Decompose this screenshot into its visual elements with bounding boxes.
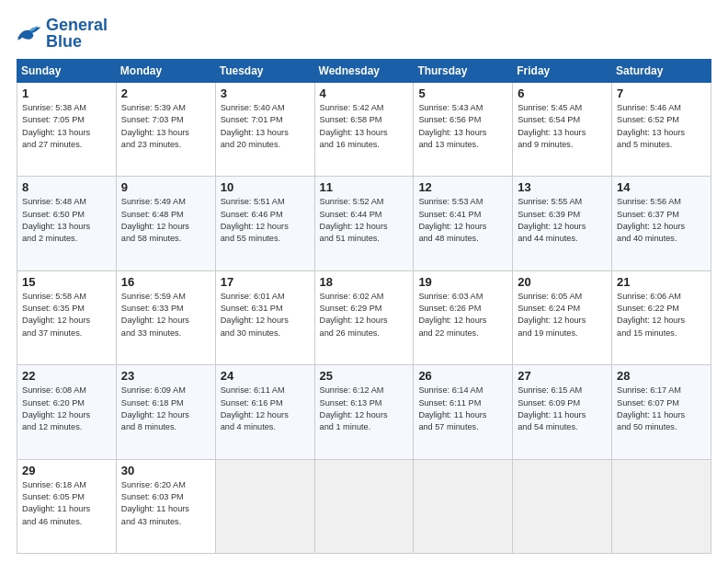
day-info: Sunrise: 5:43 AM Sunset: 6:56 PM Dayligh…	[418, 102, 507, 151]
calendar-day-cell: 10Sunrise: 5:51 AM Sunset: 6:46 PM Dayli…	[215, 177, 314, 270]
day-number: 13	[518, 180, 607, 194]
calendar-header-tuesday: Tuesday	[215, 60, 314, 83]
calendar-body: 1Sunrise: 5:38 AM Sunset: 7:05 PM Daylig…	[17, 83, 711, 554]
calendar-day-cell: 13Sunrise: 5:55 AM Sunset: 6:39 PM Dayli…	[513, 177, 612, 270]
day-number: 1	[22, 86, 111, 100]
day-info: Sunrise: 6:01 AM Sunset: 6:31 PM Dayligh…	[221, 291, 310, 339]
day-info: Sunrise: 5:52 AM Sunset: 6:44 PM Dayligh…	[320, 196, 409, 245]
calendar-header-sunday: Sunday	[17, 60, 117, 83]
day-number: 29	[22, 464, 111, 477]
day-info: Sunrise: 5:48 AM Sunset: 6:50 PM Dayligh…	[22, 196, 111, 245]
calendar-day-cell: 6Sunrise: 5:45 AM Sunset: 6:54 PM Daylig…	[513, 83, 612, 177]
day-info: Sunrise: 6:12 AM Sunset: 6:13 PM Dayligh…	[320, 385, 409, 433]
day-info: Sunrise: 5:49 AM Sunset: 6:48 PM Dayligh…	[121, 196, 210, 245]
calendar-day-cell	[513, 459, 612, 553]
day-number: 26	[418, 369, 507, 383]
calendar-day-cell: 23Sunrise: 6:09 AM Sunset: 6:18 PM Dayli…	[116, 365, 215, 459]
day-info: Sunrise: 6:17 AM Sunset: 6:07 PM Dayligh…	[617, 385, 706, 433]
calendar-day-cell: 28Sunrise: 6:17 AM Sunset: 6:07 PM Dayli…	[612, 365, 711, 459]
calendar-header-thursday: Thursday	[414, 60, 513, 83]
day-number: 4	[320, 86, 409, 100]
day-info: Sunrise: 6:18 AM Sunset: 6:05 PM Dayligh…	[22, 479, 111, 528]
day-number: 11	[320, 180, 409, 194]
day-number: 7	[617, 86, 706, 100]
calendar-day-cell: 20Sunrise: 6:05 AM Sunset: 6:24 PM Dayli…	[513, 270, 612, 364]
day-info: Sunrise: 6:09 AM Sunset: 6:18 PM Dayligh…	[121, 385, 210, 433]
day-info: Sunrise: 6:03 AM Sunset: 6:26 PM Dayligh…	[418, 291, 507, 339]
calendar-week-row: 1Sunrise: 5:38 AM Sunset: 7:05 PM Daylig…	[17, 83, 711, 177]
logo-icon	[17, 23, 42, 43]
calendar-day-cell	[414, 459, 513, 553]
logo-blue: Blue	[46, 33, 108, 50]
calendar-week-row: 8Sunrise: 5:48 AM Sunset: 6:50 PM Daylig…	[17, 177, 711, 270]
day-number: 5	[418, 86, 507, 100]
calendar-day-cell: 9Sunrise: 5:49 AM Sunset: 6:48 PM Daylig…	[116, 177, 215, 270]
day-info: Sunrise: 6:06 AM Sunset: 6:22 PM Dayligh…	[617, 291, 706, 339]
day-number: 9	[121, 180, 210, 194]
day-info: Sunrise: 6:15 AM Sunset: 6:09 PM Dayligh…	[518, 385, 607, 433]
calendar-day-cell: 29Sunrise: 6:18 AM Sunset: 6:05 PM Dayli…	[17, 459, 117, 553]
day-info: Sunrise: 5:58 AM Sunset: 6:35 PM Dayligh…	[22, 291, 111, 339]
day-number: 23	[121, 369, 210, 383]
calendar-day-cell: 3Sunrise: 5:40 AM Sunset: 7:01 PM Daylig…	[215, 83, 314, 177]
day-info: Sunrise: 5:46 AM Sunset: 6:52 PM Dayligh…	[617, 102, 706, 151]
calendar-header-saturday: Saturday	[612, 60, 711, 83]
calendar-day-cell: 16Sunrise: 5:59 AM Sunset: 6:33 PM Dayli…	[116, 270, 215, 364]
calendar-header-friday: Friday	[513, 60, 612, 83]
day-info: Sunrise: 5:51 AM Sunset: 6:46 PM Dayligh…	[221, 196, 310, 245]
logo-general: General	[46, 17, 108, 33]
day-info: Sunrise: 5:38 AM Sunset: 7:05 PM Dayligh…	[22, 102, 111, 151]
logo: General Blue	[17, 17, 108, 50]
calendar-day-cell: 21Sunrise: 6:06 AM Sunset: 6:22 PM Dayli…	[612, 270, 711, 364]
day-number: 30	[121, 464, 210, 477]
day-number: 6	[518, 86, 607, 100]
day-info: Sunrise: 6:05 AM Sunset: 6:24 PM Dayligh…	[518, 291, 607, 339]
day-info: Sunrise: 6:20 AM Sunset: 6:03 PM Dayligh…	[121, 479, 210, 528]
calendar-day-cell	[612, 459, 711, 553]
day-number: 3	[221, 86, 310, 100]
calendar-day-cell: 2Sunrise: 5:39 AM Sunset: 7:03 PM Daylig…	[116, 83, 215, 177]
day-number: 8	[22, 180, 111, 194]
calendar-day-cell: 25Sunrise: 6:12 AM Sunset: 6:13 PM Dayli…	[314, 365, 414, 459]
calendar-day-cell: 18Sunrise: 6:02 AM Sunset: 6:29 PM Dayli…	[314, 270, 414, 364]
day-number: 18	[320, 275, 409, 289]
day-info: Sunrise: 6:14 AM Sunset: 6:11 PM Dayligh…	[418, 385, 507, 433]
calendar-day-cell: 22Sunrise: 6:08 AM Sunset: 6:20 PM Dayli…	[17, 365, 117, 459]
day-info: Sunrise: 5:56 AM Sunset: 6:37 PM Dayligh…	[617, 196, 706, 245]
calendar-day-cell: 27Sunrise: 6:15 AM Sunset: 6:09 PM Dayli…	[513, 365, 612, 459]
calendar-day-cell: 30Sunrise: 6:20 AM Sunset: 6:03 PM Dayli…	[116, 459, 215, 553]
calendar-day-cell: 24Sunrise: 6:11 AM Sunset: 6:16 PM Dayli…	[215, 365, 314, 459]
calendar-day-cell: 26Sunrise: 6:14 AM Sunset: 6:11 PM Dayli…	[414, 365, 513, 459]
page-header: General Blue	[17, 17, 711, 50]
day-info: Sunrise: 5:40 AM Sunset: 7:01 PM Dayligh…	[221, 102, 310, 151]
calendar-header-row: SundayMondayTuesdayWednesdayThursdayFrid…	[17, 60, 711, 83]
day-number: 10	[221, 180, 310, 194]
day-number: 25	[320, 369, 409, 383]
day-number: 14	[617, 180, 706, 194]
day-number: 27	[518, 369, 607, 383]
calendar-day-cell: 8Sunrise: 5:48 AM Sunset: 6:50 PM Daylig…	[17, 177, 117, 270]
calendar-week-row: 22Sunrise: 6:08 AM Sunset: 6:20 PM Dayli…	[17, 365, 711, 459]
day-info: Sunrise: 5:53 AM Sunset: 6:41 PM Dayligh…	[418, 196, 507, 245]
calendar-table: SundayMondayTuesdayWednesdayThursdayFrid…	[17, 59, 711, 554]
calendar-day-cell: 4Sunrise: 5:42 AM Sunset: 6:58 PM Daylig…	[314, 83, 414, 177]
calendar-week-row: 29Sunrise: 6:18 AM Sunset: 6:05 PM Dayli…	[17, 459, 711, 553]
calendar-day-cell: 15Sunrise: 5:58 AM Sunset: 6:35 PM Dayli…	[17, 270, 117, 364]
day-info: Sunrise: 6:02 AM Sunset: 6:29 PM Dayligh…	[320, 291, 409, 339]
calendar-day-cell	[314, 459, 414, 553]
day-number: 2	[121, 86, 210, 100]
day-info: Sunrise: 5:55 AM Sunset: 6:39 PM Dayligh…	[518, 196, 607, 245]
day-info: Sunrise: 5:39 AM Sunset: 7:03 PM Dayligh…	[121, 102, 210, 151]
calendar-week-row: 15Sunrise: 5:58 AM Sunset: 6:35 PM Dayli…	[17, 270, 711, 364]
calendar-header-monday: Monday	[116, 60, 215, 83]
day-number: 19	[418, 275, 507, 289]
calendar-day-cell: 12Sunrise: 5:53 AM Sunset: 6:41 PM Dayli…	[414, 177, 513, 270]
day-number: 21	[617, 275, 706, 289]
calendar-day-cell	[215, 459, 314, 553]
calendar-day-cell: 11Sunrise: 5:52 AM Sunset: 6:44 PM Dayli…	[314, 177, 414, 270]
calendar-day-cell: 19Sunrise: 6:03 AM Sunset: 6:26 PM Dayli…	[414, 270, 513, 364]
day-info: Sunrise: 6:08 AM Sunset: 6:20 PM Dayligh…	[22, 385, 111, 433]
day-info: Sunrise: 5:42 AM Sunset: 6:58 PM Dayligh…	[320, 102, 409, 151]
day-number: 17	[221, 275, 310, 289]
day-number: 20	[518, 275, 607, 289]
